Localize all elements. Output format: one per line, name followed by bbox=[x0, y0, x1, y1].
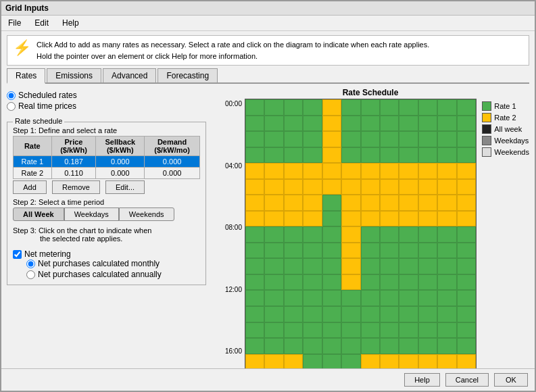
chart-cell[interactable] bbox=[284, 147, 303, 164]
chart-cell[interactable] bbox=[399, 290, 418, 306]
chart-cell[interactable] bbox=[264, 322, 283, 339]
chart-cell[interactable] bbox=[399, 306, 418, 322]
chart-cell[interactable] bbox=[437, 258, 456, 274]
chart-cell[interactable] bbox=[264, 306, 283, 322]
chart-cell[interactable] bbox=[245, 354, 264, 368]
chart-cell[interactable] bbox=[457, 116, 476, 132]
chart-cell[interactable] bbox=[322, 163, 341, 179]
chart-cell[interactable] bbox=[284, 99, 303, 116]
tab-advanced[interactable]: Advanced bbox=[103, 68, 156, 82]
chart-cell[interactable] bbox=[322, 290, 341, 306]
chart-cell[interactable] bbox=[399, 179, 418, 195]
chart-cell[interactable] bbox=[322, 131, 341, 147]
chart-cell[interactable] bbox=[380, 258, 399, 274]
chart-cell[interactable] bbox=[322, 338, 341, 354]
chart-cell[interactable] bbox=[245, 211, 264, 227]
chart-cell[interactable] bbox=[418, 163, 437, 179]
chart-cell[interactable] bbox=[322, 116, 341, 132]
chart-cell[interactable] bbox=[380, 99, 399, 116]
chart-cell[interactable] bbox=[303, 243, 322, 259]
chart-cell[interactable] bbox=[457, 226, 476, 243]
chart-cell[interactable] bbox=[437, 226, 456, 243]
chart-cell[interactable] bbox=[303, 179, 322, 195]
chart-cell[interactable] bbox=[418, 226, 437, 243]
chart-cell[interactable] bbox=[361, 163, 380, 179]
chart-cell[interactable] bbox=[264, 116, 283, 132]
chart-cell[interactable] bbox=[341, 147, 360, 164]
chart-cell[interactable] bbox=[245, 290, 264, 306]
chart-cell[interactable] bbox=[457, 258, 476, 274]
chart-cell[interactable] bbox=[245, 179, 264, 195]
chart-cell[interactable] bbox=[264, 354, 283, 368]
chart-cell[interactable] bbox=[322, 306, 341, 322]
chart-cell[interactable] bbox=[284, 116, 303, 132]
chart-cell[interactable] bbox=[284, 179, 303, 195]
chart-cell[interactable] bbox=[380, 322, 399, 339]
weekdays-button[interactable]: Weekdays bbox=[64, 207, 119, 221]
chart-cell[interactable] bbox=[322, 258, 341, 274]
chart-cell[interactable] bbox=[361, 195, 380, 211]
chart-cell[interactable] bbox=[399, 338, 418, 354]
chart-cell[interactable] bbox=[418, 131, 437, 147]
chart-cell[interactable] bbox=[399, 322, 418, 339]
chart-cell[interactable] bbox=[380, 354, 399, 368]
chart-cell[interactable] bbox=[264, 131, 283, 147]
chart-cell[interactable] bbox=[303, 99, 322, 116]
realtime-prices-label[interactable]: Real time prices bbox=[7, 101, 206, 111]
menu-edit[interactable]: Edit bbox=[32, 17, 51, 29]
chart-cell[interactable] bbox=[284, 322, 303, 339]
chart-cell[interactable] bbox=[399, 163, 418, 179]
chart-cell[interactable] bbox=[264, 147, 283, 164]
menu-help[interactable]: Help bbox=[59, 17, 82, 29]
chart-cell[interactable] bbox=[284, 290, 303, 306]
chart-cell[interactable] bbox=[399, 243, 418, 259]
chart-cell[interactable] bbox=[284, 211, 303, 227]
chart-cell[interactable] bbox=[457, 211, 476, 227]
chart-cell[interactable] bbox=[457, 274, 476, 291]
ok-button[interactable]: OK bbox=[494, 373, 528, 387]
chart-cell[interactable] bbox=[264, 226, 283, 243]
tab-forecasting[interactable]: Forecasting bbox=[157, 68, 218, 82]
chart-cell[interactable] bbox=[284, 354, 303, 368]
chart-cell[interactable] bbox=[380, 147, 399, 164]
chart-cell[interactable] bbox=[437, 290, 456, 306]
annually-radio[interactable] bbox=[26, 270, 35, 279]
chart-cell[interactable] bbox=[457, 290, 476, 306]
chart-cell[interactable] bbox=[322, 354, 341, 368]
monthly-label[interactable]: Net purchases calculated monthly bbox=[26, 259, 200, 268]
chart-cell[interactable] bbox=[303, 258, 322, 274]
chart-cell[interactable] bbox=[437, 179, 456, 195]
chart-cell[interactable] bbox=[341, 131, 360, 147]
monthly-radio[interactable] bbox=[26, 260, 35, 268]
chart-cell[interactable] bbox=[457, 179, 476, 195]
chart-cell[interactable] bbox=[264, 243, 283, 259]
chart-cell[interactable] bbox=[361, 290, 380, 306]
chart-cell[interactable] bbox=[457, 99, 476, 116]
chart-cell[interactable] bbox=[361, 354, 380, 368]
chart-cell[interactable] bbox=[245, 195, 264, 211]
chart-cell[interactable] bbox=[361, 116, 380, 132]
chart-cell[interactable] bbox=[380, 163, 399, 179]
chart-cell[interactable] bbox=[303, 116, 322, 132]
chart-cell[interactable] bbox=[303, 163, 322, 179]
chart-cell[interactable] bbox=[341, 195, 360, 211]
chart-cell[interactable] bbox=[437, 306, 456, 322]
chart-cell[interactable] bbox=[322, 322, 341, 339]
chart-cell[interactable] bbox=[284, 195, 303, 211]
chart-cell[interactable] bbox=[264, 163, 283, 179]
chart-cell[interactable] bbox=[418, 116, 437, 132]
chart-cell[interactable] bbox=[418, 274, 437, 291]
chart-cell[interactable] bbox=[341, 179, 360, 195]
chart-cell[interactable] bbox=[341, 338, 360, 354]
chart-cell[interactable] bbox=[341, 274, 360, 291]
chart-cell[interactable] bbox=[418, 306, 437, 322]
chart-cell[interactable] bbox=[418, 195, 437, 211]
chart-cell[interactable] bbox=[341, 322, 360, 339]
chart-cell[interactable] bbox=[399, 99, 418, 116]
chart-cell[interactable] bbox=[245, 338, 264, 354]
chart-cell[interactable] bbox=[245, 131, 264, 147]
scheduled-rates-radio[interactable] bbox=[7, 91, 16, 100]
chart-cell[interactable] bbox=[303, 211, 322, 227]
remove-button[interactable]: Remove bbox=[52, 180, 100, 194]
chart-cell[interactable] bbox=[437, 274, 456, 291]
